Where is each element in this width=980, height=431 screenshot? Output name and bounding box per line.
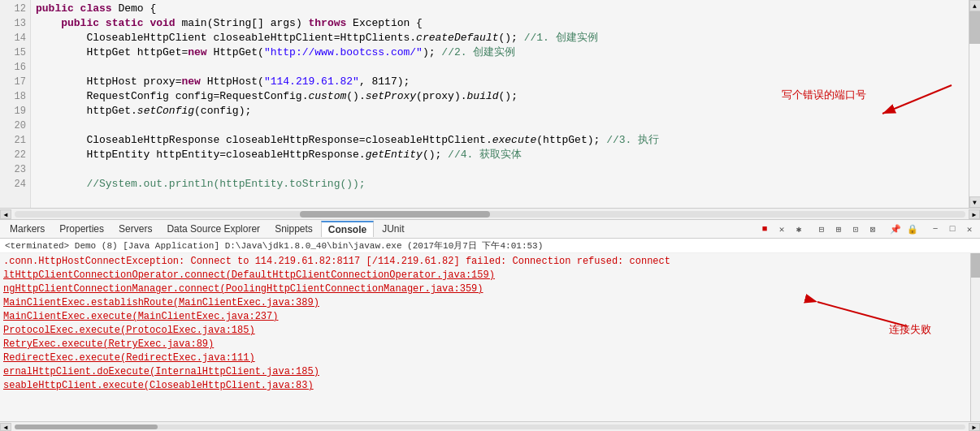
console-scroll-thumb xyxy=(971,253,980,278)
remove-btn[interactable]: ✕ xyxy=(774,222,789,236)
scroll-right-btn[interactable]: ▶ xyxy=(969,209,980,219)
code-area[interactable]: public class Demo { public static void m… xyxy=(31,0,969,208)
line-numbers: 12131415161718192021222324 xyxy=(0,0,31,208)
line-number: 14 xyxy=(0,31,26,45)
code-line: CloseableHttpClient closeableHttpClient=… xyxy=(36,31,964,45)
h-scroll-track[interactable] xyxy=(15,211,965,218)
code-line: CloseableHttpResponse closeableHttpRespo… xyxy=(36,133,964,148)
code-line xyxy=(36,162,964,177)
code-line: RequestConfig config=RequestConfig.custo… xyxy=(36,89,964,104)
editor-scrollbar-horizontal[interactable]: ◀ ▶ xyxy=(0,208,980,219)
tab-markers[interactable]: Markers xyxy=(3,222,51,236)
line-number: 15 xyxy=(0,45,26,60)
line-number: 21 xyxy=(0,133,26,148)
console-toolbar: Markers Properties Servers Data Source E… xyxy=(0,219,980,239)
console-line: .conn.HttpHostConnectException: Connect … xyxy=(3,255,977,269)
line-number: 24 xyxy=(0,177,26,192)
icon4[interactable]: ⊠ xyxy=(865,222,880,236)
line-number: 16 xyxy=(0,60,26,75)
line-number: 17 xyxy=(0,75,26,89)
console-scroll-right[interactable]: ▶ xyxy=(969,423,980,431)
line-number: 13 xyxy=(0,16,26,31)
console-line: RedirectExec.execute(RedirectExec.java:1… xyxy=(3,351,977,365)
console-line: ProtocolExec.execute(ProtocolExec.java:1… xyxy=(3,324,977,338)
icon1[interactable]: ⊟ xyxy=(814,222,829,236)
line-number: 12 xyxy=(0,2,26,16)
console-line: ngHttpClientConnectionManager.connect(Po… xyxy=(3,282,977,296)
scroll-thumb xyxy=(969,11,980,44)
tab-snippets[interactable]: Snippets xyxy=(268,222,319,236)
pin-btn[interactable]: 📌 xyxy=(888,222,903,236)
tab-console[interactable]: Console xyxy=(321,221,374,237)
code-line: //System.out.println(httpEntity.toString… xyxy=(36,177,964,192)
console-line: MainClientExec.establishRoute(MainClient… xyxy=(3,296,977,310)
console-line: MainClientExec.execute(MainClientExec.ja… xyxy=(3,310,977,324)
minimize-btn[interactable]: − xyxy=(928,222,943,236)
code-line: httpGet.setConfig(config); xyxy=(36,104,964,119)
scroll-track[interactable] xyxy=(969,11,980,196)
main-layout: 12131415161718192021222324 public class … xyxy=(0,0,980,431)
code-line: HttpGet httpGet=new HttpGet("http://www.… xyxy=(36,45,964,60)
console-panel: Markers Properties Servers Data Source E… xyxy=(0,219,980,431)
icon2[interactable]: ⊞ xyxy=(831,222,846,236)
scroll-up-btn[interactable]: ▲ xyxy=(969,0,981,11)
console-content[interactable]: .conn.HttpHostConnectException: Connect … xyxy=(0,253,980,421)
console-scrollbar-horizontal[interactable]: ◀ ▶ xyxy=(0,421,980,431)
code-line: HttpHost proxy=new HttpHost("114.219.61.… xyxy=(36,75,964,89)
tab-properties[interactable]: Properties xyxy=(53,222,111,236)
scroll-left-btn[interactable]: ◀ xyxy=(0,209,11,219)
console-scroll-left[interactable]: ◀ xyxy=(0,423,11,431)
console-line: RetryExec.execute(RetryExec.java:89) xyxy=(3,338,977,351)
maximize-btn[interactable]: □ xyxy=(945,222,960,236)
console-status: <terminated> Demo (8) [Java Application]… xyxy=(0,239,980,253)
console-status-text: <terminated> Demo (8) [Java Application]… xyxy=(5,241,543,251)
code-line: HttpEntity httpEntity=closeableHttpRespo… xyxy=(36,148,964,162)
h-scroll-thumb xyxy=(300,211,490,218)
console-scrollbar[interactable] xyxy=(970,253,980,421)
code-line xyxy=(36,60,964,75)
tab-junit[interactable]: JUnit xyxy=(375,222,410,236)
line-number: 22 xyxy=(0,148,26,162)
console-line: ernalHttpClient.doExecute(InternalHttpCl… xyxy=(3,365,977,379)
toolbar-icons: ■ ✕ ✱ ⊟ ⊞ ⊡ ⊠ 📌 🔒 − □ ✕ xyxy=(757,222,977,236)
close-panel-btn[interactable]: ✕ xyxy=(962,222,977,236)
line-number: 19 xyxy=(0,104,26,119)
code-line xyxy=(36,119,964,133)
code-line: public class Demo { xyxy=(36,2,964,16)
line-number: 18 xyxy=(0,89,26,104)
editor-scrollbar-vertical[interactable]: ▲ ▼ xyxy=(969,0,980,208)
editor-panel: 12131415161718192021222324 public class … xyxy=(0,0,980,219)
console-h-track[interactable] xyxy=(15,425,965,429)
tab-datasource[interactable]: Data Source Explorer xyxy=(160,222,267,236)
code-line: public static void main(String[] args) t… xyxy=(36,16,964,31)
console-h-thumb xyxy=(15,425,158,429)
terminate-btn[interactable]: ■ xyxy=(757,222,772,236)
scroll-down-btn[interactable]: ▼ xyxy=(969,196,981,208)
console-line: ltHttpClientConnectionOperator.connect(D… xyxy=(3,269,977,282)
scroll-lock-btn[interactable]: 🔒 xyxy=(905,222,920,236)
console-line: seableHttpClient.execute(CloseableHttpCl… xyxy=(3,379,977,393)
line-number: 20 xyxy=(0,119,26,133)
clear-btn[interactable]: ✱ xyxy=(791,222,806,236)
tab-servers[interactable]: Servers xyxy=(112,222,158,236)
line-number: 23 xyxy=(0,162,26,177)
icon3[interactable]: ⊡ xyxy=(848,222,863,236)
